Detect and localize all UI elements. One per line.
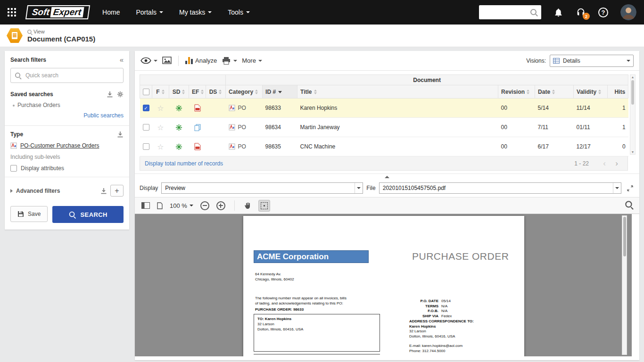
id-cell[interactable]: 98633: [263, 99, 297, 118]
scroll-thumb[interactable]: [623, 217, 626, 256]
splitter-handle-icon[interactable]: [385, 176, 389, 178]
preview-scrollbar[interactable]: [622, 215, 627, 355]
date-cell[interactable]: 5/14: [535, 99, 574, 118]
id-cell[interactable]: 98634: [263, 118, 297, 137]
hits-cell[interactable]: 1: [608, 118, 628, 137]
column-validity[interactable]: Validity: [574, 85, 608, 99]
total-records-link[interactable]: Display total number of records: [145, 160, 223, 167]
user-avatar[interactable]: [620, 4, 636, 20]
analyze-button[interactable]: Analyze: [185, 57, 217, 64]
column-title[interactable]: Title: [297, 85, 498, 99]
saved-search-item[interactable]: Purchase Orders: [5, 100, 129, 110]
visions-select[interactable]: Details: [550, 55, 634, 67]
file-select[interactable]: 20201015105457505.pdf: [379, 182, 621, 194]
eye-icon: [140, 57, 151, 64]
pdf-viewport[interactable]: ACME Corporation PURCHASE ORDER 64 Kenne…: [135, 214, 632, 356]
column-id[interactable]: ID #: [263, 85, 297, 99]
zoom-level-select[interactable]: 100 %: [170, 202, 193, 209]
column-ds[interactable]: DS: [206, 85, 226, 99]
softexpert-logo[interactable]: Soft Expert: [25, 5, 90, 19]
save-button[interactable]: Save: [10, 206, 48, 222]
column-ef[interactable]: EF: [189, 85, 206, 99]
column-favorite[interactable]: F: [152, 85, 169, 99]
date-cell[interactable]: 6/17: [535, 137, 574, 156]
support-headset-icon[interactable]: 2: [576, 7, 586, 17]
favorite-star-icon[interactable]: ☆: [157, 143, 164, 151]
quick-search-input[interactable]: [25, 72, 119, 79]
column-sd[interactable]: SD: [169, 85, 189, 99]
favorite-star-icon[interactable]: ☆: [157, 104, 164, 112]
select-tool-button[interactable]: [258, 200, 270, 212]
breadcrumb-action: View: [27, 29, 95, 34]
hits-cell[interactable]: 0: [608, 137, 628, 156]
type-filter-label[interactable]: PO-Customer Purchase Orders: [20, 142, 99, 149]
load-filter-icon[interactable]: [100, 188, 107, 194]
load-search-icon[interactable]: [107, 91, 113, 98]
column-date[interactable]: Date: [535, 85, 574, 99]
scroll-thumb[interactable]: [631, 80, 634, 105]
scroll-down-icon[interactable]: ▼: [630, 150, 635, 154]
column-category[interactable]: Category: [226, 85, 263, 99]
validity-cell[interactable]: 12/17: [574, 137, 608, 156]
more-button[interactable]: More: [242, 57, 262, 64]
advanced-filters-title[interactable]: Advanced filters: [16, 188, 60, 194]
search-button[interactable]: SEARCH: [52, 206, 124, 223]
hand-tool-icon[interactable]: [244, 202, 251, 209]
add-filter-button[interactable]: +: [110, 185, 124, 197]
revision-cell[interactable]: 00: [498, 99, 535, 118]
favorite-star-icon[interactable]: ☆: [157, 123, 164, 132]
validity-cell[interactable]: 01/11: [574, 118, 608, 137]
previous-page-button[interactable]: ‹: [598, 159, 611, 167]
collapse-sidebar-icon[interactable]: «: [120, 56, 124, 63]
menu-item-portals[interactable]: Portals: [136, 8, 163, 16]
copy-file-icon[interactable]: [194, 123, 201, 130]
revision-cell[interactable]: 00: [498, 137, 535, 156]
panel-splitter[interactable]: [135, 173, 639, 180]
find-in-document-icon[interactable]: [626, 201, 633, 210]
revision-cell[interactable]: 00: [498, 118, 535, 137]
row-checkbox[interactable]: ✓: [143, 105, 149, 111]
table-row[interactable]: ✓ ☆ PO 98633 Karen Hopkins 00 5/14 11/14…: [140, 99, 628, 118]
menu-item-tools[interactable]: Tools: [228, 8, 250, 16]
preview-image-button[interactable]: [162, 57, 172, 65]
next-page-button[interactable]: ›: [611, 159, 623, 167]
print-button[interactable]: [222, 57, 237, 65]
table-row[interactable]: ☆ PO 98634 Martin Janeway 00 7/11 01/11 …: [140, 118, 628, 137]
hits-cell[interactable]: 1: [608, 99, 628, 118]
title-cell[interactable]: CNC Machine: [297, 137, 498, 156]
column-hits[interactable]: Hits: [608, 85, 628, 99]
zoom-out-button[interactable]: [200, 201, 209, 210]
zoom-in-button[interactable]: [216, 201, 225, 210]
global-search-input[interactable]: [483, 9, 530, 16]
row-checkbox[interactable]: [143, 143, 149, 150]
help-icon[interactable]: ?: [598, 8, 608, 17]
table-row[interactable]: ☆ PO 98635 CNC Machine 00 6/17 12/17 0: [140, 137, 628, 156]
apps-grid-icon[interactable]: [8, 8, 16, 16]
validity-cell[interactable]: 11/14: [574, 99, 608, 118]
title-cell[interactable]: Martin Janeway: [297, 118, 498, 137]
row-checkbox[interactable]: [143, 124, 149, 131]
menu-item-my-tasks[interactable]: My tasks: [179, 8, 212, 16]
select-all-checkbox[interactable]: [143, 89, 149, 95]
type-filter-item[interactable]: PO-Customer Purchase Orders: [5, 140, 129, 151]
manage-searches-gear-icon[interactable]: [117, 91, 124, 98]
public-searches-link[interactable]: Public searches: [83, 112, 124, 119]
column-revision[interactable]: Revision: [498, 85, 535, 99]
view-document-button[interactable]: [140, 57, 157, 64]
id-cell[interactable]: 98635: [263, 137, 297, 156]
scroll-up-icon[interactable]: ▲: [630, 75, 635, 79]
load-type-icon[interactable]: [117, 131, 124, 138]
sidebar-toggle-icon[interactable]: [141, 202, 150, 209]
date-cell[interactable]: 7/11: [535, 118, 574, 137]
menu-item-home[interactable]: Home: [102, 8, 120, 16]
notifications-bell-icon[interactable]: [553, 8, 563, 17]
pdf-file-icon[interactable]: [194, 104, 201, 111]
page-view-icon[interactable]: [157, 202, 163, 209]
expand-preview-icon[interactable]: [627, 185, 634, 192]
title-cell[interactable]: Karen Hopkins: [297, 99, 498, 118]
grid-scrollbar[interactable]: ▲ ▼: [630, 74, 636, 155]
expand-advanced-icon[interactable]: [10, 189, 13, 193]
pdf-file-icon[interactable]: [194, 143, 201, 149]
display-select[interactable]: Preview: [161, 182, 363, 194]
display-attributes-checkbox[interactable]: [10, 165, 17, 172]
